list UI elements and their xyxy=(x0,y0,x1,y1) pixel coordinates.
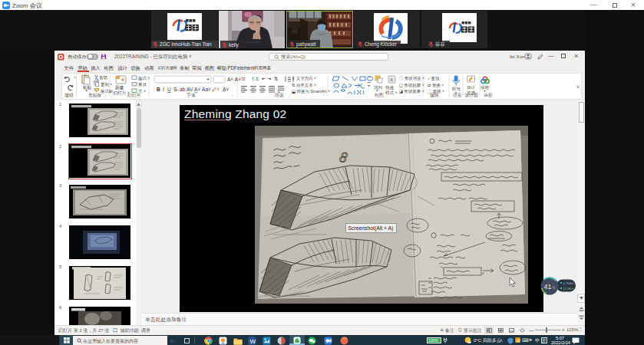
svg-text:⌕ 查找: ⌕ 查找 xyxy=(428,76,440,80)
svg-text:S̶: S̶ xyxy=(173,87,178,92)
svg-text:Aa˅: Aa˅ xyxy=(202,87,211,92)
svg-text:⇤: ⇤ xyxy=(262,76,266,81)
svg-text:⌐: ⌐ xyxy=(105,93,107,97)
svg-text:17.9K/s: 17.9K/s xyxy=(563,287,574,291)
svg-text:⇄ 替换 ˅: ⇄ 替换 ˅ xyxy=(428,83,444,88)
svg-text:⇅: ⇅ xyxy=(274,76,278,81)
svg-text:⒈≡: ⒈≡ xyxy=(251,76,259,81)
svg-text:听写: 听写 xyxy=(452,87,461,91)
svg-text:I: I xyxy=(163,87,164,92)
svg-text:A̲˅: A̲˅ xyxy=(194,87,200,93)
svg-text:AV: AV xyxy=(187,87,193,92)
svg-text:粘贴: 粘贴 xyxy=(83,85,92,90)
svg-text:▢ 形状轮廓 ˅: ▢ 形状轮廓 ˅ xyxy=(399,83,424,88)
svg-text:新建: 新建 xyxy=(115,85,124,90)
svg-text:设计器: 设计器 xyxy=(465,92,479,98)
svg-text:⌐: ⌐ xyxy=(323,93,325,97)
svg-text:字体: 字体 xyxy=(187,92,196,97)
svg-text:绘图: 绘图 xyxy=(375,92,384,98)
svg-text:A˄ A˅: A˄ A˅ xyxy=(227,77,241,82)
svg-text:快速: 快速 xyxy=(385,85,395,90)
svg-text:样式 ˅: 样式 ˅ xyxy=(385,90,398,95)
svg-text:撤销: 撤销 xyxy=(64,92,74,98)
svg-text:W: W xyxy=(250,338,256,345)
svg-text:A: A xyxy=(390,77,393,82)
svg-text:重设: 重设 xyxy=(138,82,147,87)
svg-text:⇅ 对齐文本 ˅: ⇅ 对齐文本 ˅ xyxy=(292,83,316,87)
svg-text:幻灯片: 幻灯片 xyxy=(127,93,141,98)
svg-text:复制 ˅: 复制 ˅ xyxy=(101,82,112,87)
svg-text:41: 41 xyxy=(544,283,552,291)
svg-text:⁝≡: ⁝≡ xyxy=(241,76,246,81)
svg-text:保密: 保密 xyxy=(484,93,493,97)
svg-text:⌐: ⌐ xyxy=(232,93,234,97)
svg-text:⌐: ⌐ xyxy=(418,93,421,97)
svg-text:4.7KB/s: 4.7KB/s xyxy=(563,281,575,285)
svg-text:语音: 语音 xyxy=(452,92,462,98)
svg-text:版式 ˅: 版式 ˅ xyxy=(138,76,150,81)
svg-text:%: % xyxy=(553,286,556,290)
svg-text:◇ 形状填充 ˅: ◇ 形状填充 ˅ xyxy=(399,76,424,81)
svg-text:⇥: ⇥ xyxy=(267,76,271,81)
svg-text:编辑: 编辑 xyxy=(430,93,439,97)
svg-text:段落: 段落 xyxy=(275,93,284,98)
svg-text:A̱˅: A̱˅ xyxy=(223,87,229,92)
svg-text:B: B xyxy=(157,87,160,92)
svg-text:剪贴板: 剪贴板 xyxy=(88,93,102,98)
svg-text:⇳ 文字方向 ˅: ⇳ 文字方向 ˅ xyxy=(292,76,316,81)
svg-text:保密: 保密 xyxy=(481,85,490,90)
svg-text:🖉˅: 🖉˅ xyxy=(212,87,220,92)
svg-text:U: U xyxy=(167,87,171,92)
svg-text:ab: ab xyxy=(180,87,186,92)
svg-text:剪切: 剪切 xyxy=(99,75,107,80)
svg-text:排列: 排列 xyxy=(374,85,383,90)
svg-text:设计: 设计 xyxy=(467,85,476,90)
